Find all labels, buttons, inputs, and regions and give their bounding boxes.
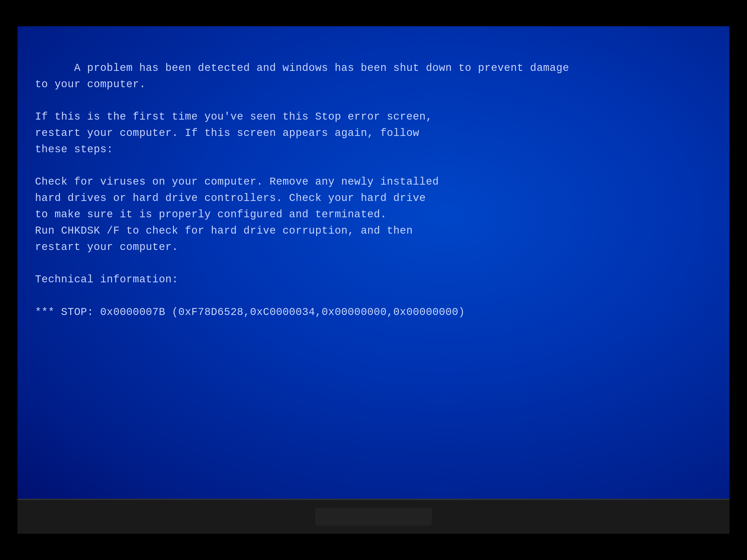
bsod-content: A problem has been detected and windows … [35, 44, 569, 337]
bsod-line-14: Technical information: [35, 273, 178, 286]
bsod-line-5: restart your computer. If this screen ap… [35, 127, 419, 139]
bsod-line-6: these steps: [35, 143, 113, 156]
bsod-line-12: restart your computer. [35, 241, 178, 253]
bsod-line-2: to your computer. [35, 78, 146, 90]
bsod-line-9: hard drives or hard drive controllers. C… [35, 192, 426, 204]
bsod-line-16: *** STOP: 0x0000007B (0xF78D6528,0xC0000… [35, 306, 465, 318]
bsod-line-8: Check for viruses on your computer. Remo… [35, 176, 439, 188]
monitor-stand [315, 508, 432, 526]
bsod-line-4: If this is the first time you've seen th… [35, 111, 433, 123]
bsod-screen: A problem has been detected and windows … [18, 26, 729, 499]
bsod-line-1: A problem has been detected and windows … [74, 62, 569, 74]
monitor-frame: A problem has been detected and windows … [0, 0, 747, 560]
bsod-line-11: Run CHKDSK /F to check for hard drive co… [35, 225, 413, 237]
bsod-line-10: to make sure it is properly configured a… [35, 209, 387, 220]
monitor-bottom-bar [18, 499, 729, 534]
